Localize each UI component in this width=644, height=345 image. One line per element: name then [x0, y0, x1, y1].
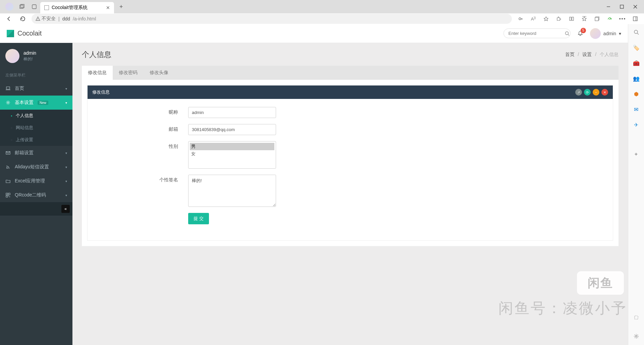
sidebar-toggle-icon[interactable] [630, 13, 641, 24]
svg-point-24 [6, 168, 7, 169]
avatar [590, 28, 601, 39]
close-tab-icon[interactable]: ✕ [106, 5, 110, 10]
sidebar-item-excel[interactable]: Excel应用管理 ▾ [0, 174, 72, 188]
user-menu[interactable]: admin ▾ [590, 28, 621, 39]
box-tool-close-icon[interactable]: ✕ [601, 89, 608, 96]
chevron-down-icon: ▾ [65, 87, 67, 91]
app-container: Cocolait 5 admin ▾ [0, 24, 644, 345]
extension-icon[interactable] [553, 13, 564, 24]
performance-icon[interactable] [604, 13, 615, 24]
split-screen-icon[interactable] [566, 13, 577, 24]
sidebar-sub-personal-info[interactable]: 个人信息 [0, 110, 72, 122]
tab-edit-avatar[interactable]: 修改头像 [144, 66, 174, 80]
workspaces-icon[interactable] [16, 1, 28, 13]
breadcrumb-current: 个人信息 [600, 52, 619, 57]
more-icon[interactable]: ••• [617, 13, 628, 24]
edge-office-icon[interactable]: ⬢ [632, 90, 640, 98]
sidebar-item-label: 基本设置 [15, 100, 34, 106]
caret-down-icon: ▾ [619, 31, 621, 36]
tab-actions-icon[interactable] [28, 1, 40, 13]
app-body: admin 棒的! 左侧菜单栏 首页 ▾ 基本设置 New ▾ [0, 43, 628, 345]
sidebar-item-qrcode[interactable]: QRcode二维码 ▾ [0, 188, 72, 202]
edge-tools-icon[interactable]: 🧰 [632, 59, 640, 67]
sidebar-avatar [5, 49, 19, 63]
svg-rect-20 [6, 87, 10, 89]
notification-badge: 5 [581, 28, 586, 33]
sidebar-item-settings[interactable]: 基本设置 New ▾ [0, 96, 72, 110]
edge-shopping-icon[interactable]: 🏷️ [632, 44, 640, 52]
search-icon[interactable] [565, 31, 570, 36]
tab-edit-password[interactable]: 修改密码 [113, 66, 144, 80]
tab-edit-info[interactable]: 修改信息 [82, 66, 113, 80]
back-icon[interactable] [3, 13, 14, 24]
tab-title: Cocolait管理系统 [52, 5, 88, 11]
insecure-label: 不安全 [42, 16, 56, 22]
signature-textarea[interactable] [188, 175, 276, 207]
notifications-button[interactable]: 5 [577, 31, 583, 37]
svg-rect-25 [6, 193, 8, 195]
maximize-icon[interactable] [616, 1, 628, 13]
edge-settings-icon[interactable] [632, 332, 640, 340]
refresh-icon[interactable] [17, 13, 28, 24]
gender-option-male[interactable]: 男 [190, 143, 274, 150]
browser-profile-avatar[interactable] [5, 3, 13, 11]
panel: 修改信息 ↗ ⟳ − ✕ 昵称 [82, 80, 619, 246]
new-badge: New [38, 101, 48, 105]
sidebar-item-sms[interactable]: Alidayu短信设置 ▾ [0, 160, 72, 174]
box-tool-refresh-icon[interactable]: ⟳ [584, 89, 591, 96]
browser-chrome: Cocolait管理系统 ✕ + 不安全 | ddd/a-info.html A… [0, 0, 644, 24]
sidebar-sub-site-info[interactable]: 网站信息 [0, 122, 72, 134]
edge-send-icon[interactable]: ✈ [632, 121, 640, 129]
sidebar-item-mail[interactable]: 邮箱设置 ▾ [0, 146, 72, 160]
content: 个人信息 首页 / 设置 / 个人信息 修改信息 修改密码 修改头像 [72, 43, 628, 345]
email-input[interactable] [188, 124, 276, 135]
sidebar-item-home[interactable]: 首页 ▾ [0, 81, 72, 96]
form: 昵称 邮箱 性别 男 女 [88, 99, 613, 240]
submit-button[interactable]: 提 交 [188, 213, 209, 224]
edge-add-icon[interactable]: + [632, 150, 640, 158]
qrcode-icon [5, 193, 11, 197]
topbar: Cocolait 5 admin ▾ [0, 24, 628, 43]
sidebar-collapse-wrap: « [0, 202, 72, 216]
minimize-icon[interactable] [602, 1, 614, 13]
url-box[interactable]: 不安全 | ddd/a-info.html [32, 14, 512, 24]
read-aloud-icon[interactable]: A)) [528, 13, 539, 24]
box-tool-minimize-icon[interactable]: − [593, 89, 599, 96]
address-bar: 不安全 | ddd/a-info.html A)) ••• [0, 13, 644, 24]
edge-outlook-icon[interactable]: ✉ [632, 105, 640, 113]
edge-search-icon[interactable] [632, 28, 640, 36]
sidebar-section-label: 左侧菜单栏 [0, 69, 72, 81]
sidebar-sub-upload-settings[interactable]: 上传设置 [0, 134, 72, 146]
breadcrumb-settings[interactable]: 设置 [582, 52, 592, 57]
svg-line-19 [568, 35, 569, 36]
sidebar-item-label: 首页 [15, 85, 24, 92]
browser-tab[interactable]: Cocolait管理系统 ✕ [40, 2, 114, 13]
gender-select[interactable]: 男 女 [188, 141, 276, 169]
tab-strip: Cocolait管理系统 ✕ + [0, 0, 644, 13]
edge-games-icon[interactable]: 👥 [632, 74, 640, 82]
svg-point-8 [38, 19, 38, 20]
svg-rect-2 [32, 5, 36, 9]
collections-icon[interactable] [592, 13, 602, 24]
favorites-bar-icon[interactable] [579, 13, 590, 24]
edge-screenshot-icon[interactable] [632, 313, 640, 322]
url-separator: | [58, 16, 60, 21]
nickname-input[interactable] [188, 107, 276, 118]
breadcrumb-home[interactable]: 首页 [565, 52, 575, 57]
svg-rect-4 [620, 5, 624, 8]
box-tool-expand-icon[interactable]: ↗ [575, 89, 582, 96]
search-input[interactable] [508, 31, 565, 36]
insecure-icon: 不安全 [36, 16, 56, 22]
sidebar-collapse-button[interactable]: « [61, 205, 70, 213]
url-path: /a-info.html [73, 16, 96, 21]
close-window-icon[interactable] [629, 1, 641, 13]
passwords-icon[interactable] [515, 13, 526, 24]
new-tab-button[interactable]: + [117, 2, 126, 12]
sidebar-item-label: 邮箱设置 [15, 150, 34, 156]
svg-point-22 [7, 102, 9, 103]
nickname-label: 昵称 [98, 107, 188, 115]
favorite-icon[interactable] [541, 13, 551, 24]
search-box[interactable] [503, 28, 571, 38]
chevron-down-icon: ▾ [65, 165, 67, 169]
gender-option-female[interactable]: 女 [190, 150, 274, 158]
